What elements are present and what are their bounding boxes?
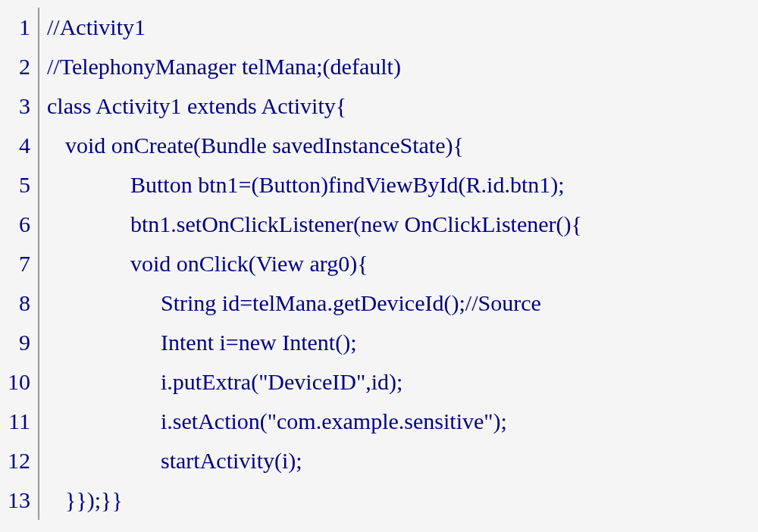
- line-numbers-gutter: 1 2 3 4 5 6 7 8 9 10 11 12 13: [8, 8, 39, 520]
- line-number: 8: [19, 283, 30, 323]
- code-line: }});}}: [47, 480, 582, 520]
- code-line: String id=telMana.getDeviceId();//Source: [47, 283, 582, 323]
- line-number: 2: [19, 47, 30, 86]
- line-number: 4: [19, 126, 30, 165]
- line-number: 10: [8, 362, 30, 402]
- code-line: i.putExtra("DeviceID",id);: [47, 362, 582, 402]
- code-line: startActivity(i);: [47, 441, 582, 480]
- code-line: i.setAction("com.example.sensitive");: [47, 402, 582, 441]
- code-line: class Activity1 extends Activity{: [47, 86, 582, 126]
- code-snippet: 1 2 3 4 5 6 7 8 9 10 11 12 13 //Activity…: [8, 8, 750, 520]
- code-line: Button btn1=(Button)findViewById(R.id.bt…: [47, 165, 582, 205]
- line-number: 3: [19, 86, 30, 126]
- line-number: 6: [19, 205, 30, 244]
- line-number: 12: [8, 441, 30, 480]
- code-line: void onCreate(Bundle savedInstanceState)…: [47, 126, 582, 165]
- line-number: 7: [19, 244, 30, 283]
- code-content: //Activity1 //TelephonyManager telMana;(…: [39, 8, 582, 520]
- line-number: 5: [19, 165, 30, 205]
- code-line: void onClick(View arg0){: [47, 244, 582, 283]
- code-line: btn1.setOnClickListener(new OnClickListe…: [47, 205, 582, 244]
- line-number: 1: [19, 8, 30, 47]
- line-number: 9: [19, 323, 30, 362]
- line-number: 13: [8, 480, 30, 520]
- line-number: 11: [8, 402, 30, 441]
- code-line: Intent i=new Intent();: [47, 323, 582, 362]
- code-line: //Activity1: [47, 8, 582, 47]
- code-line: //TelephonyManager telMana;(default): [47, 47, 582, 86]
